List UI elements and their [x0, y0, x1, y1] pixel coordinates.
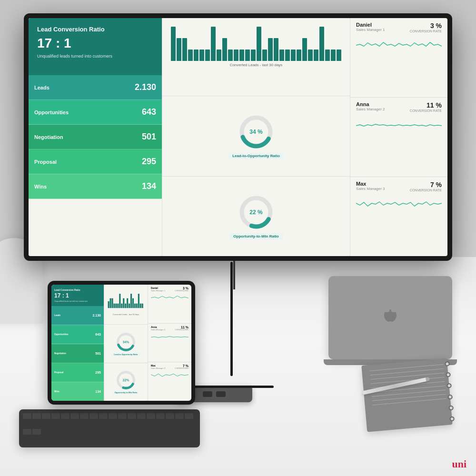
svg-rect-9	[117, 304, 119, 308]
donut1-container: 34 %	[237, 113, 275, 151]
svg-rect-7	[113, 304, 115, 308]
bar	[205, 50, 210, 61]
rep-max-info: Max Sales Manager 3	[356, 181, 385, 191]
metric-wins-value: 134	[142, 181, 156, 191]
tv-frame: Lead Conversion Ratio 17 : 1 Unqualified…	[24, 13, 452, 261]
tablet-screen: Lead Conversion Ratio 17 : 1 Unqualified…	[51, 285, 191, 401]
usb-port-1	[203, 391, 212, 397]
bar	[251, 50, 256, 61]
bar	[291, 50, 296, 61]
bar	[188, 50, 193, 61]
rep-daniel-rate-label: CONVERSION RATE	[410, 30, 442, 33]
bar	[199, 50, 204, 61]
bar	[319, 27, 324, 61]
bar-chart	[169, 23, 343, 61]
metric-opp-label: Opportunities	[34, 109, 69, 115]
rep-max-name: Max	[356, 181, 385, 187]
donut2-title: Opportunity-to-Win Ratio	[229, 233, 282, 239]
svg-point-29	[389, 309, 391, 311]
key	[70, 413, 79, 419]
metric-opportunities: Opportunities 643	[29, 100, 162, 125]
rep-max-rate: 7 % CONVERSION RATE	[410, 181, 442, 192]
donut2-container: 22 %	[237, 193, 275, 231]
sales-rep-anna: Anna Sales Manager 2 11 % CONVERSION RAT…	[350, 98, 447, 177]
svg-rect-6	[111, 298, 113, 308]
metric-prop-value: 295	[142, 157, 156, 167]
dashboard: Lead Conversion Ratio 17 : 1 Unqualified…	[29, 18, 447, 256]
svg-rect-8	[115, 304, 117, 308]
laptop-lid	[328, 276, 452, 359]
svg-rect-20	[138, 294, 139, 308]
left-panel: Lead Conversion Ratio 17 : 1 Unqualified…	[29, 18, 162, 256]
bar	[217, 50, 221, 61]
key	[42, 413, 50, 419]
metric-neg-value: 501	[142, 132, 156, 142]
rep-anna-rate: 11 % CONVERSION RATE	[410, 101, 442, 112]
rep-anna-sparkline	[356, 115, 442, 132]
rep-max-rate-value: 7 %	[410, 181, 442, 188]
rep-anna-rate-value: 11 %	[410, 101, 442, 109]
bar	[285, 50, 290, 61]
ratio-value: 17 : 1	[37, 36, 153, 51]
key	[147, 413, 155, 419]
bar	[297, 50, 301, 61]
donut2-label: 22 %	[249, 209, 262, 216]
bar	[337, 50, 341, 61]
sales-rep-max: Max Sales Manager 3 7 % CONVERSION RATE	[350, 177, 447, 256]
bar	[177, 38, 181, 61]
bar-chart-section: Converted Leads - last 30 days	[162, 18, 350, 96]
svg-rect-13	[125, 304, 126, 308]
bar	[279, 50, 284, 61]
right-panel: Daniel Sales Manager 1 3 % CONVERSION RA…	[350, 18, 447, 256]
ratio-subtitle: Unqualified leads turned into customers	[37, 54, 153, 60]
metric-opp-value: 643	[142, 107, 156, 117]
donut1-title: Lead-to-Opportunity Ratio	[228, 153, 284, 159]
metric-neg-label: Negotiation	[34, 134, 63, 140]
key	[118, 413, 127, 419]
rep-daniel-info: Daniel Sales Manager 1	[356, 22, 385, 32]
donut2-section: 22 % Opportunity-to-Win Ratio	[162, 177, 350, 256]
metric-negotiation: Negotiation 501	[29, 125, 162, 149]
uni-logo: uni	[452, 458, 466, 470]
keyboard	[19, 409, 200, 447]
bar	[228, 50, 233, 61]
svg-rect-14	[127, 298, 128, 308]
tv-screen: Lead Conversion Ratio 17 : 1 Unqualified…	[29, 18, 447, 256]
bar	[274, 38, 278, 61]
bar	[171, 27, 176, 61]
rep-max-header: Max Sales Manager 3 7 % CONVERSION RATE	[356, 181, 442, 192]
tablet-rep3: MaxSales Manager 3 7 %CONVERSION RATE	[148, 362, 191, 401]
svg-rect-18	[134, 304, 136, 308]
rep-max-rate-label: CONVERSION RATE	[410, 188, 442, 192]
keyboard-keys	[23, 413, 196, 444]
svg-rect-17	[132, 298, 134, 308]
metric-wins-label: Wins	[34, 184, 47, 189]
bar	[182, 38, 187, 61]
bar	[194, 50, 198, 61]
laptop	[328, 276, 452, 365]
tv-cable	[233, 261, 235, 289]
svg-rect-16	[130, 294, 132, 308]
svg-rect-12	[123, 298, 124, 308]
svg-rect-19	[136, 304, 138, 308]
chart-title: Converted Leads - last 30 days	[169, 63, 343, 67]
metrics-container: Leads 2.130 Opportunities 643 Negotiatio…	[29, 75, 162, 256]
bar	[222, 38, 227, 61]
rep-anna-rate-label: CONVERSION RATE	[410, 109, 442, 112]
key	[89, 413, 98, 419]
spiral-ring	[446, 372, 451, 377]
bar	[239, 50, 244, 61]
rep-daniel-header: Daniel Sales Manager 1 3 % CONVERSION RA…	[356, 22, 442, 33]
spiral-ring	[448, 406, 454, 411]
notebook-line	[369, 364, 443, 371]
metric-leads: Leads 2.130	[29, 75, 162, 100]
key	[156, 413, 165, 419]
rep-daniel-rate-value: 3 %	[410, 22, 442, 30]
rep-daniel-sparkline	[356, 36, 442, 52]
key	[32, 429, 41, 435]
dashboard-title: Lead Conversion Ratio	[37, 26, 153, 33]
svg-text:22%: 22%	[123, 378, 129, 382]
bar	[331, 50, 336, 61]
bar	[308, 50, 313, 61]
tablet-donut2: 22% Opportunity-to-Win Ratio	[104, 363, 148, 401]
